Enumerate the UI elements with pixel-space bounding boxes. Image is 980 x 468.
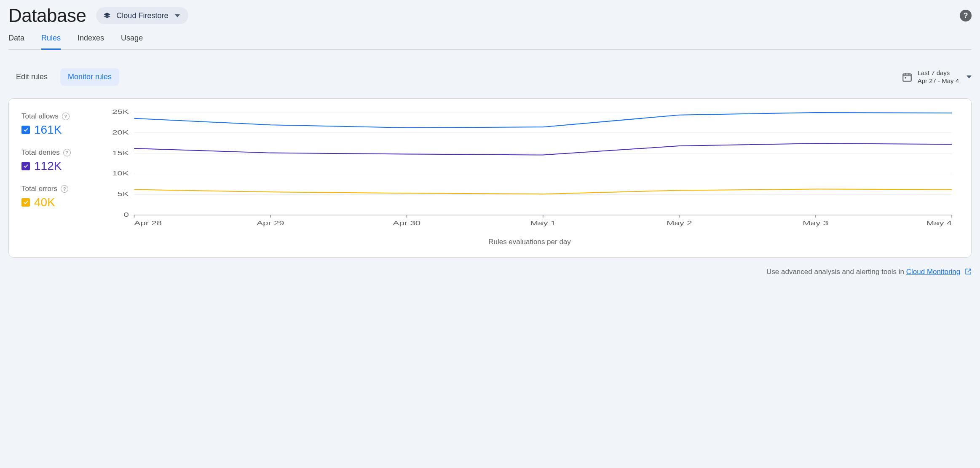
- page-title: Database: [8, 5, 86, 26]
- x-tick-label: Apr 29: [257, 220, 284, 226]
- legend-denies-label: Total denies: [21, 148, 60, 157]
- calendar-icon: [902, 72, 913, 83]
- database-selector-label: Cloud Firestore: [116, 11, 168, 20]
- help-icon[interactable]: ?: [62, 113, 70, 120]
- legend-denies-checkbox[interactable]: [21, 162, 30, 170]
- date-range-value: Apr 27 - May 4: [918, 77, 959, 85]
- date-range-picker[interactable]: Last 7 days Apr 27 - May 4: [902, 69, 972, 85]
- database-selector-dropdown[interactable]: Cloud Firestore: [96, 7, 188, 24]
- tab-indexes[interactable]: Indexes: [78, 34, 104, 50]
- legend-allows-label: Total allows: [21, 112, 59, 121]
- chevron-down-icon: [175, 14, 180, 17]
- legend-item-denies: Total denies ? 112K: [21, 148, 89, 173]
- tab-data[interactable]: Data: [8, 34, 24, 50]
- external-link-icon: [965, 268, 972, 277]
- firestore-icon: [102, 11, 112, 21]
- legend-denies-value: 112K: [34, 159, 62, 173]
- legend-errors-value: 40K: [34, 196, 55, 209]
- tab-rules[interactable]: Rules: [41, 34, 61, 50]
- x-tick-label: Apr 30: [393, 220, 421, 226]
- x-tick-label: May 3: [803, 220, 828, 226]
- legend-errors-checkbox[interactable]: [21, 198, 30, 207]
- subtab-monitor-rules[interactable]: Monitor rules: [60, 68, 119, 86]
- subtab-edit-rules[interactable]: Edit rules: [8, 68, 55, 86]
- legend-item-allows: Total allows ? 161K: [21, 112, 89, 137]
- y-tick-label: 25K: [112, 110, 129, 115]
- main-tabs: Data Rules Indexes Usage: [8, 34, 972, 50]
- x-tick-label: May 2: [667, 220, 692, 226]
- legend-errors-label: Total errors: [21, 185, 57, 193]
- chevron-down-icon: [967, 75, 972, 78]
- rules-evaluations-chart: 05K10K15K20K25K Apr 28Apr 29Apr 30May 1M…: [101, 110, 959, 232]
- x-tick-label: May 1: [530, 220, 556, 226]
- svg-rect-0: [903, 74, 911, 81]
- help-icon[interactable]: ?: [960, 10, 972, 22]
- y-tick-label: 10K: [112, 170, 129, 177]
- svg-rect-4: [905, 77, 906, 78]
- footer-hint-text: Use advanced analysis and alerting tools…: [766, 268, 906, 276]
- date-range-label: Last 7 days: [918, 69, 959, 77]
- help-icon[interactable]: ?: [61, 185, 68, 193]
- x-tick-label: May 4: [926, 220, 952, 226]
- monitor-rules-card: Total allows ? 161K Total denies ?: [8, 98, 972, 258]
- cloud-monitoring-link[interactable]: Cloud Monitoring: [906, 268, 961, 276]
- y-tick-label: 15K: [112, 150, 129, 156]
- chart-series: [134, 113, 952, 128]
- chart-series: [134, 189, 952, 194]
- y-tick-label: 20K: [112, 129, 129, 136]
- chart-legend: Total allows ? 161K Total denies ?: [21, 110, 89, 246]
- y-tick-label: 0: [123, 211, 129, 218]
- footer-hint: Use advanced analysis and alerting tools…: [8, 268, 972, 277]
- chart-x-axis-label: Rules evaluations per day: [101, 238, 959, 246]
- legend-allows-checkbox[interactable]: [21, 126, 30, 134]
- y-tick-label: 5K: [118, 191, 129, 197]
- legend-item-errors: Total errors ? 40K: [21, 185, 89, 209]
- tab-usage[interactable]: Usage: [121, 34, 143, 50]
- help-icon[interactable]: ?: [63, 149, 71, 156]
- x-tick-label: Apr 28: [134, 220, 162, 226]
- legend-allows-value: 161K: [34, 123, 62, 137]
